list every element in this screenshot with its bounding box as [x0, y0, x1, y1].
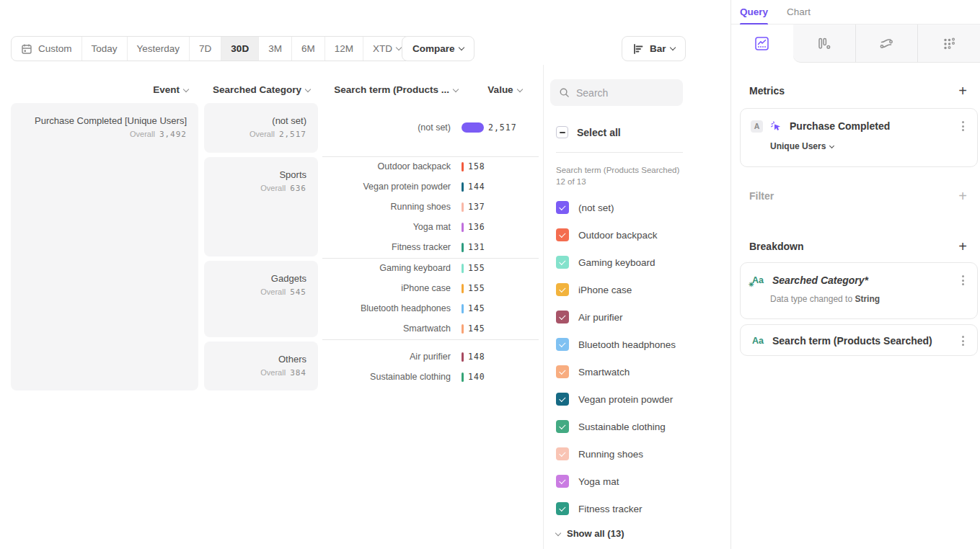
chevron-down-icon	[305, 86, 311, 92]
tab-chart[interactable]: Chart	[787, 0, 811, 24]
string-property-icon: Aa✳	[751, 275, 765, 285]
table-row[interactable]: Bluetooth headphones145	[322, 298, 539, 318]
kebab-menu-icon[interactable]	[959, 272, 967, 288]
checkbox-checked-icon	[556, 420, 569, 433]
breakdown-name: Searched Category*	[772, 274, 952, 286]
compare-button[interactable]: Compare	[402, 36, 474, 61]
date-12m-button[interactable]: 12M	[325, 37, 363, 61]
series-checkbox-item[interactable]: Fitness tracker	[556, 502, 643, 515]
value-bar	[462, 372, 464, 382]
term-label: iPhone case	[322, 283, 462, 293]
value-label: 136	[468, 222, 485, 232]
chevron-down-icon	[555, 530, 561, 535]
series-checkbox-item[interactable]: Air purifier	[556, 311, 623, 323]
measure-selector[interactable]: Unique Users	[741, 134, 977, 151]
search-input[interactable]	[576, 87, 670, 99]
table-row[interactable]: Smartwatch145	[322, 318, 539, 339]
kebab-menu-icon[interactable]	[959, 118, 967, 134]
date-6m-button[interactable]: 6M	[292, 37, 325, 61]
date-custom-button[interactable]: Custom	[12, 37, 82, 61]
chevron-down-icon	[453, 86, 459, 92]
select-all-label: Select all	[577, 127, 621, 138]
search-box[interactable]	[550, 79, 683, 106]
string-property-icon: Aa	[751, 336, 765, 346]
table-row[interactable]: Running shoes137	[322, 197, 539, 217]
date-yesterday-button[interactable]: Yesterday	[128, 37, 190, 61]
select-all-checkbox[interactable]: Select all	[556, 126, 621, 138]
breakdown-card[interactable]: Aa Search term (Products Searched)	[740, 324, 978, 356]
series-checkbox-item[interactable]: Gaming keyboard	[556, 256, 655, 269]
checkbox-checked-icon	[556, 283, 569, 296]
series-checkbox-item[interactable]: Vegan protein powder	[556, 393, 673, 406]
category-name: Sports	[211, 169, 306, 180]
checkbox-checked-icon	[556, 201, 569, 214]
table-row[interactable]: Fitness tracker131	[322, 237, 539, 257]
tab-query[interactable]: Query	[740, 0, 768, 24]
breakdown-note: Data type changed to String	[741, 288, 977, 304]
value-bar	[462, 284, 464, 293]
checkbox-checked-icon	[556, 256, 569, 269]
tab-flows[interactable]	[855, 24, 918, 63]
add-metric-button[interactable]: +	[958, 86, 967, 96]
event-overall: Overall3,492	[18, 130, 187, 139]
table-row[interactable]: Yoga mat136	[322, 217, 539, 237]
show-all-button[interactable]: Show all (13)	[556, 528, 624, 539]
column-header-term[interactable]: Search term (Products ...	[322, 84, 462, 95]
filter-caption: Search term (Products Searched) 12 of 13	[556, 164, 684, 187]
series-checkbox-item[interactable]: iPhone case	[556, 283, 632, 296]
category-name: Gadgets	[211, 273, 306, 284]
date-3m-button[interactable]: 3M	[259, 37, 292, 61]
tab-retention[interactable]	[917, 24, 980, 63]
term-label: Gaming keyboard	[322, 263, 462, 273]
table-row[interactable]: (not set) 2,517	[322, 117, 539, 138]
series-checkbox-item[interactable]: (not set)	[556, 201, 614, 214]
value-bar	[462, 243, 464, 252]
event-cell[interactable]: Purchase Completed [Unique Users] Overal…	[11, 103, 198, 390]
series-checkbox-item[interactable]: Yoga mat	[556, 475, 619, 488]
filter-title: Filter	[749, 190, 774, 202]
column-header-category[interactable]: Searched Category	[204, 84, 318, 95]
category-name: (not set)	[211, 115, 306, 126]
table-row[interactable]: Vegan protein powder144	[322, 177, 539, 197]
chevron-down-icon	[829, 143, 834, 148]
kebab-menu-icon[interactable]	[959, 333, 967, 349]
column-header-event[interactable]: Event	[11, 84, 198, 95]
date-today-button[interactable]: Today	[82, 37, 128, 61]
chart-type-button[interactable]: Bar	[622, 36, 686, 61]
value-bar	[462, 223, 464, 232]
column-header-value[interactable]: Value	[472, 84, 537, 95]
tab-funnels[interactable]	[793, 24, 855, 63]
add-breakdown-button[interactable]: +	[958, 241, 967, 251]
series-checkbox-item[interactable]: Smartwatch	[556, 365, 630, 378]
metric-card[interactable]: A Purchase Completed Unique Users	[740, 108, 978, 167]
tab-insights[interactable]	[731, 24, 793, 63]
date-7d-button[interactable]: 7D	[190, 37, 221, 61]
add-filter-button[interactable]: +	[958, 191, 967, 201]
breakdown-header: Breakdown +	[749, 241, 967, 252]
category-cell[interactable]: Gadgets Overall545	[204, 261, 318, 337]
category-cell[interactable]: (not set) Overall2,517	[204, 103, 318, 153]
insights-icon	[754, 36, 769, 51]
category-cell[interactable]: Sports Overall636	[204, 157, 318, 256]
series-checkbox-item[interactable]: Sustainable clothing	[556, 420, 666, 433]
table-row[interactable]: iPhone case155	[322, 278, 539, 298]
filter-header: Filter +	[749, 190, 967, 202]
table-row[interactable]: Outdoor backpack158	[322, 156, 539, 177]
breakdown-card[interactable]: Aa✳ Searched Category* Data type changed…	[740, 262, 978, 319]
date-custom-label: Custom	[38, 43, 72, 54]
date-30d-button[interactable]: 30D	[221, 37, 259, 61]
series-checkbox-item[interactable]: Running shoes	[556, 447, 643, 460]
series-checkbox-item[interactable]: Outdoor backpack	[556, 228, 658, 241]
value-label: 140	[468, 372, 485, 382]
bar-chart-icon	[632, 43, 644, 55]
value-label: 137	[468, 202, 485, 212]
table-row[interactable]: Gaming keyboard155	[322, 258, 539, 278]
table-row[interactable]: Sustainable clothing140	[322, 367, 539, 387]
metric-letter-badge: A	[751, 120, 763, 133]
table-row[interactable]: Air purifier148	[322, 347, 539, 367]
category-cell[interactable]: Others Overall384	[204, 342, 318, 390]
term-label: Running shoes	[322, 202, 462, 212]
series-checkbox-item[interactable]: Bluetooth headphones	[556, 338, 676, 351]
metrics-header: Metrics +	[749, 85, 967, 97]
value-bar	[462, 162, 464, 171]
